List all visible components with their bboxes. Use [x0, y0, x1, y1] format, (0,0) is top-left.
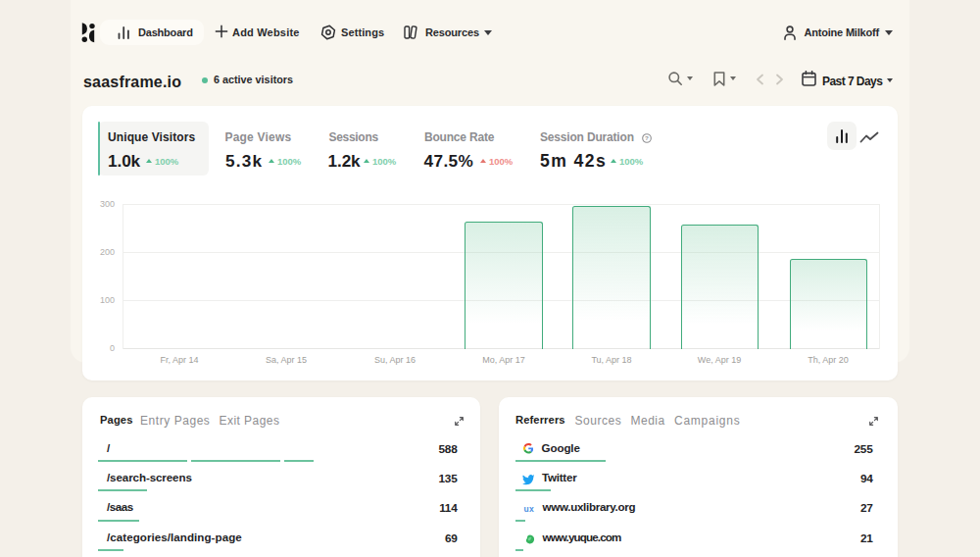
svg-text:?: ?	[645, 134, 649, 141]
